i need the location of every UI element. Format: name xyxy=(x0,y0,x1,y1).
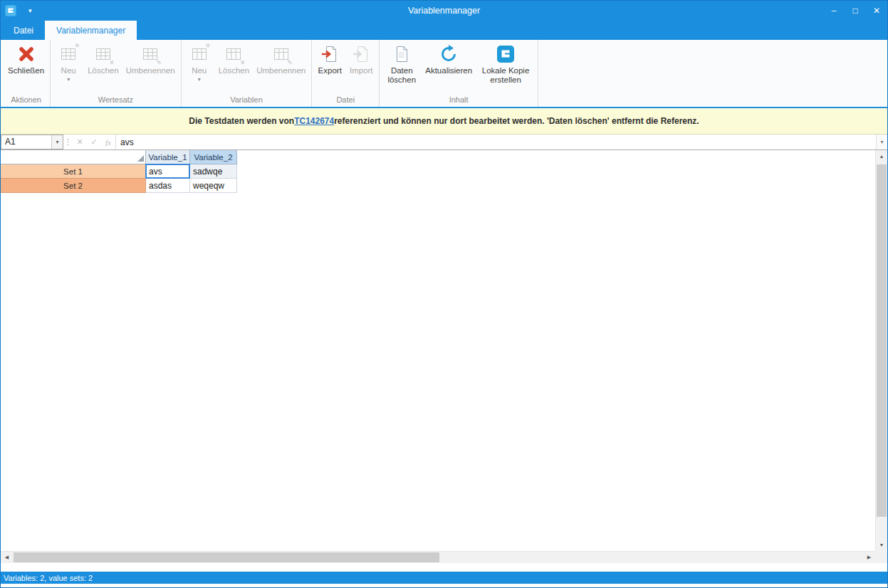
table-rename-icon: ✎ xyxy=(141,43,160,65)
scrollbar-corner xyxy=(875,551,887,563)
reference-info-bar: Die Testdaten werden von TC142674 refere… xyxy=(1,108,887,135)
variablen-umbenennen-button[interactable]: ✎ Umbenennen xyxy=(253,41,309,76)
scroll-down-icon[interactable]: ▼ xyxy=(876,539,887,551)
group-label-aktionen: Aktionen xyxy=(4,95,48,107)
document-icon xyxy=(392,43,411,65)
button-label: Aktualisieren xyxy=(425,66,472,75)
button-label: Lokale Kopie erstellen xyxy=(479,66,532,85)
button-label: Löschen xyxy=(88,66,118,75)
ribbon-group-aktionen: Schließen Aktionen xyxy=(2,40,51,107)
scroll-up-icon[interactable]: ▲ xyxy=(876,150,887,162)
variablen-loeschen-button[interactable]: ✕ Löschen xyxy=(215,41,253,76)
table-delete-icon: ✕ xyxy=(94,43,113,65)
export-button[interactable]: Export xyxy=(314,41,345,76)
ribbon: Schließen Aktionen ✳ Neu ▾ xyxy=(1,40,887,108)
wertesatz-umbenennen-button[interactable]: ✎ Umbenennen xyxy=(122,41,179,76)
chevron-down-icon: ▾ xyxy=(198,76,201,83)
import-button[interactable]: Import xyxy=(345,41,377,76)
group-label-inhalt: Inhalt xyxy=(382,95,536,107)
scroll-left-icon[interactable]: ◀ xyxy=(1,552,13,563)
horizontal-scrollbar[interactable]: ◀ ▶ xyxy=(1,551,875,563)
export-icon xyxy=(320,43,339,65)
scroll-right-icon[interactable]: ▶ xyxy=(863,552,875,563)
columns-new-icon: ✳ xyxy=(190,43,209,65)
close-red-icon xyxy=(16,43,36,65)
button-label: Umbenennen xyxy=(126,66,175,75)
variablen-neu-button[interactable]: ✳ Neu ▾ xyxy=(184,41,215,83)
rename-overlay-icon: ✎ xyxy=(157,59,162,66)
ribbon-tabs: Datei Variablenmanager xyxy=(1,21,887,40)
wertesatz-neu-button[interactable]: ✳ Neu ▾ xyxy=(53,41,84,83)
confirm-entry-button[interactable]: ✓ xyxy=(87,135,101,149)
close-window-button[interactable]: ✕ xyxy=(866,1,887,21)
wertesatz-loeschen-button[interactable]: ✕ Löschen xyxy=(84,41,122,76)
new-overlay-icon: ✳ xyxy=(205,42,211,49)
button-label: Neu xyxy=(192,66,207,75)
formula-bar: A1 ▾ ⋮ ✕ ✓ fx ▾ xyxy=(1,135,887,150)
formula-bar-expand-icon[interactable]: ▾ xyxy=(876,135,887,149)
name-box-dropdown-icon[interactable]: ▾ xyxy=(51,135,63,149)
sheet-bottom-gap xyxy=(1,563,887,572)
button-label: Import xyxy=(350,66,373,75)
tab-datei[interactable]: Datei xyxy=(2,21,45,40)
variablenmanager-window: ▾ Variablenmanager – □ ✕ Datei Variablen… xyxy=(0,0,888,588)
app-copy-icon xyxy=(496,43,516,65)
button-label: Neu xyxy=(61,66,76,75)
group-label-variablen: Variablen xyxy=(184,95,310,107)
cell-name-box[interactable]: A1 ▾ xyxy=(1,135,63,149)
maximize-button[interactable]: □ xyxy=(845,1,866,21)
status-bar: Variables: 2, value sets: 2 xyxy=(1,572,887,584)
button-label: Daten löschen xyxy=(385,66,418,85)
table-new-icon: ✳ xyxy=(59,43,78,65)
info-text-after: referenziert und können nur dort bearbei… xyxy=(334,116,699,126)
refresh-icon xyxy=(439,43,459,65)
window-title: Variablenmanager xyxy=(1,6,887,16)
formula-input[interactable] xyxy=(115,135,876,149)
ribbon-group-inhalt: Daten löschen Aktualisieren xyxy=(380,40,538,107)
button-label: Schließen xyxy=(8,66,44,75)
new-overlay-icon: ✳ xyxy=(75,42,80,49)
titlebar: ▾ Variablenmanager – □ ✕ xyxy=(1,1,887,21)
horizontal-scroll-thumb[interactable] xyxy=(14,552,439,562)
column-header-variable-2[interactable]: Variable_2 xyxy=(190,150,237,164)
button-label: Löschen xyxy=(219,66,249,75)
schliessen-button[interactable]: Schließen xyxy=(4,41,48,76)
delete-overlay-icon: ✕ xyxy=(109,59,115,66)
cell-b1[interactable]: sadwqe xyxy=(190,164,237,179)
group-label-wertesatz: Wertesatz xyxy=(53,95,179,107)
column-header-variable-1[interactable]: Variable_1 xyxy=(146,150,190,164)
window-controls: – □ ✕ xyxy=(823,1,887,21)
group-label-datei: Datei xyxy=(314,95,377,107)
bottom-strip xyxy=(1,584,887,587)
cell-reference[interactable]: A1 xyxy=(1,135,51,149)
status-text: Variables: 2, value sets: 2 xyxy=(4,574,93,582)
cancel-entry-button[interactable]: ✕ xyxy=(73,135,87,149)
ribbon-group-wertesatz: ✳ Neu ▾ ✕ Löschen xyxy=(51,40,182,107)
daten-loeschen-button[interactable]: Daten löschen xyxy=(382,41,422,85)
row-header-set-2[interactable]: Set 2 xyxy=(1,179,146,193)
formula-bar-splitter: ⋮ xyxy=(63,135,73,149)
testcase-link[interactable]: TC142674 xyxy=(294,116,334,126)
vertical-scrollbar[interactable]: ▲ ▼ xyxy=(875,150,887,551)
vertical-scroll-thumb[interactable] xyxy=(877,164,887,517)
minimize-button[interactable]: – xyxy=(823,1,845,21)
columns-delete-icon: ✕ xyxy=(224,43,243,65)
worksheet-area[interactable]: Variable_1 Variable_2 Set 1 avs sadwqe S… xyxy=(1,150,887,563)
row-header-set-1[interactable]: Set 1 xyxy=(1,164,146,179)
select-all-corner[interactable] xyxy=(1,150,146,164)
delete-overlay-icon: ✕ xyxy=(240,59,246,66)
variable-grid: Variable_1 Variable_2 Set 1 avs sadwqe S… xyxy=(1,150,237,193)
columns-rename-icon: ✎ xyxy=(272,43,291,65)
import-icon xyxy=(352,43,370,65)
rename-overlay-icon: ✎ xyxy=(287,59,293,66)
lokale-kopie-erstellen-button[interactable]: Lokale Kopie erstellen xyxy=(476,41,536,85)
insert-function-button[interactable]: fx xyxy=(101,135,115,149)
aktualisieren-button[interactable]: Aktualisieren xyxy=(422,41,476,76)
tab-variablenmanager[interactable]: Variablenmanager xyxy=(45,21,137,40)
cell-a1[interactable]: avs xyxy=(146,164,190,179)
ribbon-group-variablen: ✳ Neu ▾ ✕ Löschen xyxy=(182,40,313,107)
chevron-down-icon: ▾ xyxy=(67,76,70,83)
cell-a2[interactable]: asdas xyxy=(146,179,190,193)
cell-b2[interactable]: weqeqw xyxy=(190,179,237,193)
button-label: Umbenennen xyxy=(256,66,305,75)
